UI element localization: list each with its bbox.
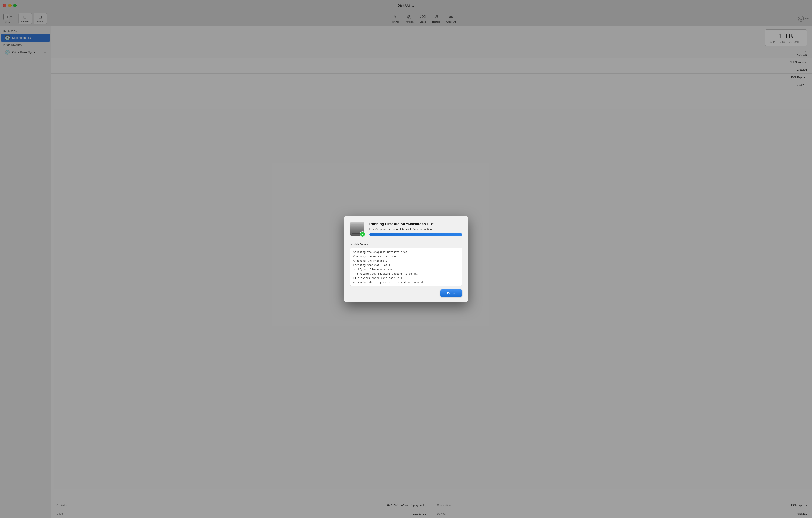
progress-bar-fill xyxy=(369,233,462,236)
dialog-title-area: Running First Aid on “Macintosh HD” Firs… xyxy=(369,222,462,239)
dialog-header: ✓ Running First Aid on “Macintosh HD” Fi… xyxy=(350,222,462,239)
app-window: Disk Utility ⊟ ▾ View ⊞ Volume ⊟ Volume xyxy=(0,0,812,518)
modal-overlay: ✓ Running First Aid on “Macintosh HD” Fi… xyxy=(0,0,812,518)
details-log: Checking the snapshot metadata tree.Chec… xyxy=(350,248,462,286)
dialog-footer: Done xyxy=(350,289,462,297)
dialog-title: Running First Aid on “Macintosh HD” xyxy=(369,222,462,226)
details-toggle[interactable]: Hide Details xyxy=(350,243,462,246)
first-aid-dialog: ✓ Running First Aid on “Macintosh HD” Fi… xyxy=(344,216,468,302)
progress-bar-container xyxy=(369,233,462,236)
dialog-subtitle: First Aid process is complete, click Don… xyxy=(369,228,462,231)
dialog-disk-icon: ✓ xyxy=(350,222,366,237)
toggle-arrow-icon xyxy=(350,243,352,245)
check-badge: ✓ xyxy=(359,231,366,237)
done-button[interactable]: Done xyxy=(440,289,462,297)
details-toggle-label: Hide Details xyxy=(353,243,369,246)
